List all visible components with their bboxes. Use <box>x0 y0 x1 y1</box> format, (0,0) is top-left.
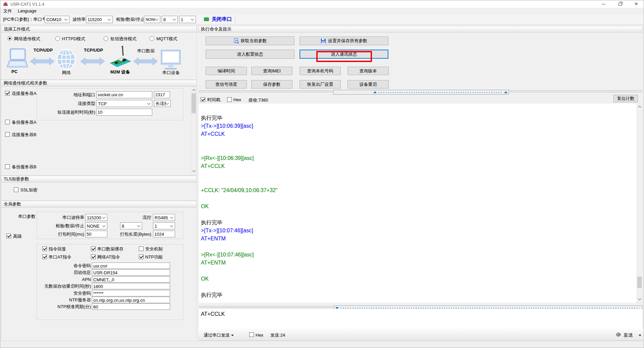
maximize-button[interactable] <box>614 0 626 8</box>
cmd-button-5[interactable]: 保存参数 <box>251 80 292 89</box>
server-port-input[interactable]: 2317 <box>154 91 170 98</box>
addr-port-label: 地址和端口 <box>40 92 95 98</box>
set-save-params-button[interactable]: 设置并保存所有参数 <box>300 37 388 45</box>
adv-field-input-5[interactable]: cn.ntp.org.cn,us.ntp.org.cn <box>92 297 170 303</box>
menu-item-language[interactable]: Language <box>15 8 40 14</box>
keep-alive-select[interactable]: 长连接 <box>154 100 171 107</box>
g-databits-select[interactable]: 8 <box>120 222 142 229</box>
cmd-button-0[interactable]: 编译时间 <box>206 67 247 75</box>
scroll-down-icon <box>638 297 641 300</box>
cmd-button-6[interactable]: 恢复出厂设置 <box>300 80 341 89</box>
adv-field-input-2[interactable]: CMNET,,,0 <box>92 276 170 283</box>
chevron-down-icon <box>166 101 169 105</box>
switch-label-5: NTP功能 <box>145 254 163 260</box>
get-params-button[interactable]: 获取当前参数 <box>206 37 294 45</box>
work-mode-radio-2[interactable] <box>104 36 108 41</box>
close-button[interactable]: ✕ <box>631 0 642 8</box>
m2m-label: M2M 设备 <box>110 69 130 75</box>
chevron-down-icon <box>173 17 176 21</box>
pc-label: PC <box>11 69 17 74</box>
switch-checkbox-5[interactable] <box>139 254 144 259</box>
adv-field-input-6[interactable]: 60 <box>92 303 170 310</box>
databits-select[interactable]: 8 <box>162 16 178 23</box>
log-line-15: AT+ENTM <box>201 235 637 243</box>
enter-config-button[interactable]: 进入配置状态 <box>206 50 294 59</box>
short-timeout-input[interactable]: 10 <box>96 109 152 116</box>
section-net-params-header: 网络透传模式相关参数 <box>1 80 197 86</box>
log-line-4 <box>201 146 637 154</box>
pack-time-input[interactable]: 50 <box>85 231 107 237</box>
reset-count-button[interactable]: 复位计数 <box>613 95 638 102</box>
cmd-button-2[interactable]: 查询本机号码 <box>300 67 341 75</box>
send-input-area[interactable]: AT+CCLK <box>199 309 642 328</box>
log-scrollbar[interactable] <box>637 104 642 303</box>
serial-group-label: 串口参数 <box>10 214 36 219</box>
flow-select[interactable]: RS485 <box>153 214 175 221</box>
timestamp-checkbox[interactable] <box>201 97 205 102</box>
switch-checkbox-3[interactable] <box>42 254 47 259</box>
send-icon <box>615 332 622 338</box>
baud-select[interactable]: 115200 <box>86 16 113 23</box>
work-mode-radio-3[interactable] <box>150 36 154 41</box>
stopbits-select[interactable]: 1 <box>179 16 196 23</box>
adv-field-input-3[interactable]: 1800 <box>92 283 170 289</box>
conn-type-select[interactable]: TCP <box>96 100 152 107</box>
send-button[interactable]: 发送 <box>624 332 633 338</box>
work-mode-radio-0[interactable] <box>7 36 12 41</box>
backup-a-label: 备份服务器A <box>12 120 37 125</box>
server-b-label: 连接服务器B <box>12 132 37 137</box>
send-via-serial-dropdown[interactable]: 通过串口发送 <box>204 333 230 338</box>
server-addr-input[interactable]: socket.usr.cn <box>96 91 152 98</box>
splitter-slider[interactable] <box>333 90 509 95</box>
backup-b-checkbox[interactable] <box>5 164 10 169</box>
cmd-button-7[interactable]: 设备重启 <box>347 80 389 89</box>
switch-checkbox-0[interactable] <box>42 246 47 251</box>
adv-field-input-0[interactable]: usr.cn# <box>92 263 170 269</box>
switch-checkbox-2[interactable] <box>139 246 144 251</box>
com-port-select[interactable]: COM10 <box>45 16 69 23</box>
log-line-21 <box>201 283 637 291</box>
log-line-8 <box>201 178 637 186</box>
hex-label: Hex <box>233 97 241 103</box>
g-stopbits-select[interactable]: 1 <box>153 222 175 229</box>
minimize-button[interactable] <box>598 0 609 8</box>
g-baud-label: 串口波特率 <box>44 215 84 220</box>
adv-field-input-1[interactable]: USR-DR154 <box>92 269 170 276</box>
cmd-button-3[interactable]: 查询版本 <box>347 67 389 75</box>
menu-item-file[interactable]: 文件 <box>0 8 15 14</box>
log-output[interactable]: 执行完毕>[Tx->][10:06:39][asc]AT+CCLK>[Rx<-]… <box>199 104 637 303</box>
net-section-scrollbar[interactable] <box>191 87 197 175</box>
switch-checkbox-1[interactable] <box>91 246 96 251</box>
backup-a-checkbox[interactable] <box>5 120 10 124</box>
log-line-1: >[Tx->][10:06:39][asc] <box>201 122 637 130</box>
switch-label-2: 安全机制 <box>145 246 163 252</box>
close-serial-button[interactable]: 关闭串口 <box>212 16 232 22</box>
app-icon <box>3 1 8 6</box>
switch-checkbox-4[interactable] <box>91 254 96 259</box>
hex-checkbox[interactable] <box>227 97 232 102</box>
pack-len-input[interactable]: 1024 <box>153 231 175 237</box>
ssl-checkbox[interactable] <box>14 187 18 192</box>
g-baud-select[interactable]: 115200 <box>85 214 107 221</box>
work-mode-radio-1[interactable] <box>55 36 60 41</box>
advanced-checkbox[interactable] <box>6 234 11 238</box>
send-dropdown-arrow-icon[interactable] <box>639 335 641 336</box>
parity-select[interactable]: NONI <box>144 16 160 23</box>
g-parity-select[interactable]: NONE <box>85 222 107 229</box>
adv-field-input-4[interactable]: ****** <box>92 290 170 296</box>
adv-field-label-2: APN <box>38 277 91 282</box>
splitter-line <box>199 91 332 92</box>
cmd-button-4[interactable]: 查信号强度 <box>206 80 247 89</box>
send-toolbar: 通过串口发送 Hex 发送:24 发送 <box>198 328 643 341</box>
baud-label: 波特率 <box>72 17 86 22</box>
cmd-button-1[interactable]: 查询IMEI <box>251 67 292 75</box>
app-window: USR-CAT1 V1.1.4 ✕ 文件Language [PC串口参数]：串口… <box>0 0 644 348</box>
server-b-checkbox[interactable] <box>5 132 10 137</box>
log-line-13: 执行完毕 <box>201 219 637 227</box>
toolbar-separator <box>235 15 235 24</box>
send-hex-checkbox[interactable] <box>249 332 254 337</box>
work-mode-label-2: 短信透传模式 <box>110 36 137 42</box>
flow-label: 流控 <box>131 215 151 220</box>
server-a-checkbox[interactable] <box>5 91 10 96</box>
toolbar: [PC串口参数]：串口号 COM10 波特率 115200 检验/数据/停止 N… <box>0 14 644 24</box>
